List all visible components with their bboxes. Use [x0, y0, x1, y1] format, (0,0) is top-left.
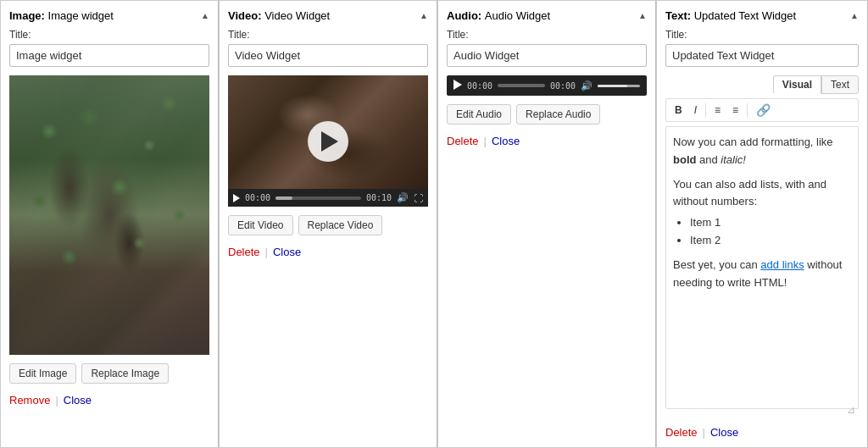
text-paragraph-3: Best yet, you can add links without need…: [673, 257, 851, 292]
audio-btn-group: Edit Audio Replace Audio: [447, 104, 647, 124]
image-title-text: Image widget: [48, 9, 114, 22]
format-italic-button[interactable]: I: [689, 102, 702, 118]
audio-link-group: Delete | Close: [447, 135, 647, 147]
audio-volume-fill: [598, 85, 627, 87]
image-title-input[interactable]: [9, 44, 209, 67]
video-thumbnail: [228, 75, 428, 207]
text-content-area: Now you can add formatting, like bold an…: [665, 126, 859, 416]
image-preview-inner: [9, 75, 209, 355]
video-time-current: 00:00: [245, 193, 270, 202]
format-ol-button[interactable]: ≡: [727, 102, 743, 118]
video-controls-bar: 00:00 00:10 🔊 ⛶: [228, 189, 428, 207]
video-link-group: Delete | Close: [228, 246, 428, 258]
replace-audio-button[interactable]: Replace Audio: [516, 104, 600, 124]
play-triangle-icon: [321, 131, 338, 152]
video-panel-title: Video: Video Widget: [228, 9, 330, 22]
text-editor[interactable]: Now you can add formatting, like bold an…: [665, 126, 859, 409]
audio-collapse-arrow[interactable]: ▲: [638, 11, 647, 20]
fmt-separator-2: [747, 103, 748, 117]
tab-text[interactable]: Text: [821, 75, 859, 94]
text-panel-header: Text: Updated Text Widget ▲: [665, 9, 859, 22]
image-close-link[interactable]: Close: [64, 394, 92, 407]
audio-panel-title: Audio: Audio Widget: [447, 9, 550, 22]
replace-image-button[interactable]: Replace Image: [81, 363, 169, 384]
text-content-link[interactable]: add links: [760, 258, 804, 271]
audio-widget-panel: Audio: Audio Widget ▲ Title: 00:00 00:00…: [437, 0, 656, 448]
video-widget-panel: Video: Video Widget ▲ Title: 00:00 00:10…: [219, 0, 437, 448]
image-link-group: Remove | Close: [9, 394, 209, 407]
text-link-group: Delete | Close: [665, 426, 859, 439]
video-link-separator: |: [265, 246, 268, 258]
audio-play-triangle-icon: [453, 80, 462, 90]
text-panel-title: Text: Updated Text Widget: [665, 9, 796, 22]
video-btn-group: Edit Video Replace Video: [228, 215, 428, 235]
video-type-label: Video: [228, 9, 258, 22]
replace-video-button[interactable]: Replace Video: [298, 215, 383, 235]
video-progress-fill: [275, 196, 292, 200]
text-content-bold: bold: [673, 153, 696, 166]
audio-progress-bar[interactable]: [498, 84, 545, 87]
video-play-button[interactable]: [308, 121, 348, 162]
image-panel-title: Image: Image widget: [9, 9, 114, 22]
text-link-separator: |: [703, 426, 705, 439]
format-bold-button[interactable]: B: [670, 102, 687, 118]
image-delete-link[interactable]: Remove: [9, 394, 50, 407]
video-time-total: 00:10: [366, 193, 392, 202]
image-btn-group: Edit Image Replace Image: [9, 363, 209, 384]
video-volume-icon[interactable]: 🔊: [397, 192, 409, 203]
video-fullscreen-icon[interactable]: ⛶: [414, 193, 423, 203]
text-tab-group: Visual Text: [665, 75, 859, 94]
text-title-text: Updated Text Widget: [694, 9, 796, 22]
fmt-separator-1: [705, 103, 706, 117]
audio-time-current: 00:00: [467, 81, 492, 91]
video-progress-bar[interactable]: [275, 196, 361, 200]
text-content-p3-pre: Best yet, you can: [673, 258, 760, 271]
format-link-button[interactable]: 🔗: [751, 102, 776, 119]
audio-link-separator: |: [484, 135, 487, 147]
edit-video-button[interactable]: Edit Video: [228, 215, 293, 235]
video-delete-link[interactable]: Delete: [228, 246, 260, 258]
video-preview: 00:00 00:10 🔊 ⛶: [228, 75, 428, 207]
text-collapse-arrow[interactable]: ▲: [850, 11, 859, 20]
text-title-input[interactable]: [665, 44, 859, 67]
formatting-toolbar: B I ≡ ≡ 🔗: [665, 98, 859, 122]
video-title-label: Title:: [228, 29, 428, 41]
audio-delete-link[interactable]: Delete: [447, 135, 479, 147]
text-paragraph-1: Now you can add formatting, like bold an…: [673, 134, 851, 169]
text-content-p1: Now you can add formatting, like: [673, 136, 833, 148]
audio-volume-slider[interactable]: [598, 85, 640, 87]
tab-visual[interactable]: Visual: [773, 75, 821, 94]
image-widget-panel: Image: Image widget ▲ Title: Edit Image …: [0, 0, 219, 448]
edit-audio-button[interactable]: Edit Audio: [447, 104, 511, 124]
text-close-link[interactable]: Close: [710, 426, 738, 439]
text-list-item-2: Item 2: [690, 232, 851, 250]
text-content-middle: and: [696, 153, 721, 166]
video-ctrl-play-icon[interactable]: [233, 194, 240, 202]
video-title-input[interactable]: [228, 44, 428, 67]
edit-image-button[interactable]: Edit Image: [9, 363, 76, 384]
audio-close-link[interactable]: Close: [492, 135, 520, 147]
text-widget-panel: Text: Updated Text Widget ▲ Title: Visua…: [656, 0, 868, 448]
image-preview: [9, 75, 209, 355]
audio-panel-header: Audio: Audio Widget ▲: [447, 9, 647, 22]
text-content-italic: italic!: [721, 153, 746, 166]
image-title-label: Title:: [9, 29, 209, 41]
audio-play-button[interactable]: [453, 80, 462, 91]
video-close-link[interactable]: Close: [273, 246, 301, 258]
text-type-label: Text: [665, 9, 687, 22]
audio-title-input[interactable]: [447, 44, 647, 67]
text-list-item-1: Item 1: [690, 214, 851, 232]
editor-resize-handle[interactable]: ⊿: [847, 404, 857, 414]
video-title-text: Video Widget: [264, 9, 330, 22]
video-collapse-arrow[interactable]: ▲: [420, 11, 428, 20]
audio-type-label: Audio: [447, 9, 478, 22]
text-list: Item 1 Item 2: [690, 214, 851, 250]
audio-player-bar: 00:00 00:00 🔊: [447, 75, 647, 96]
image-link-separator: |: [55, 394, 58, 407]
image-collapse-arrow[interactable]: ▲: [201, 11, 209, 20]
image-type-label: Image: [9, 9, 42, 22]
audio-mute-icon[interactable]: 🔊: [581, 80, 593, 91]
audio-title-text: Audio Widget: [485, 9, 550, 22]
format-ul-button[interactable]: ≡: [709, 102, 726, 118]
text-delete-link[interactable]: Delete: [665, 426, 698, 439]
